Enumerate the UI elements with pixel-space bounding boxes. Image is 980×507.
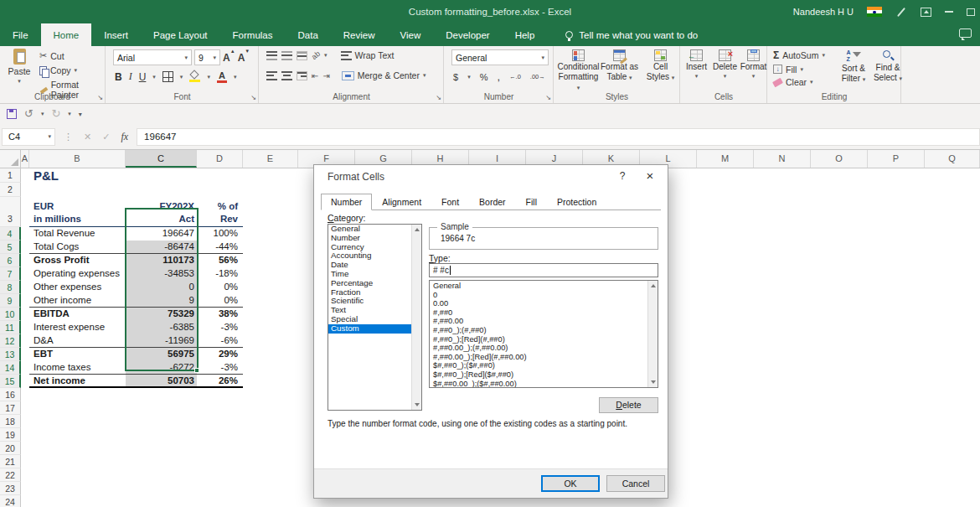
percent-style-button[interactable]: % [480,72,488,82]
align-right-icon[interactable] [297,71,307,80]
chevron-down-icon[interactable]: ▾ [207,74,210,80]
cell-styles-button[interactable]: CellStyles ▾ [640,48,681,91]
column-header[interactable]: B [29,150,126,168]
format-code-item[interactable]: #,##0 [430,308,647,318]
dialog-tab[interactable]: Border [469,194,516,210]
value-cell[interactable]: 0 [126,281,197,294]
row-header[interactable]: 7 [0,267,21,281]
sort-filter-button[interactable]: AZ Sort &Filter ▾ [837,48,870,84]
table-row[interactable]: Gross Profit 110173 56% [29,254,243,267]
fill-handle[interactable] [194,368,199,373]
row-header[interactable]: 14 [0,361,21,375]
column-header[interactable]: M [697,150,754,168]
column-header[interactable]: P [868,150,925,168]
dialog-tab[interactable]: Font [431,194,469,210]
scrollbar[interactable] [647,281,658,387]
table-row[interactable]: Interest expense -6385 -3% [29,321,243,334]
number-format-combo[interactable]: General ▾ [451,49,549,65]
row-header[interactable]: 19 [0,428,21,442]
font-name-combo[interactable]: Arial ▾ [113,49,192,65]
accounting-format-button[interactable]: $ [453,72,458,82]
column-header[interactable]: N [754,150,811,168]
chevron-down-icon[interactable]: ▾ [68,111,71,117]
row-header[interactable]: 1 [0,168,21,183]
scroll-up-icon[interactable] [651,284,656,287]
value-cell[interactable]: -6385 [126,321,197,334]
dialog-launcher-icon[interactable]: ↘ [545,95,551,101]
dialog-close-button[interactable]: × [642,168,658,183]
delete-button[interactable]: Delete [599,397,658,413]
table-row[interactable]: Income taxes -6272 -3% [29,361,243,375]
category-item[interactable]: Percentage [328,279,411,288]
row-header[interactable]: 8 [0,281,21,294]
increase-font-size-button[interactable]: A▲ [223,52,235,64]
cancel-button[interactable]: Cancel [606,475,665,492]
percent-cell[interactable]: -3% [197,361,243,374]
format-code-item[interactable]: $#,##0_);($#,##0) [430,361,647,370]
align-left-icon[interactable] [266,71,277,80]
row-label-cell[interactable]: EBT [29,348,126,361]
percent-cell[interactable]: 100% [197,227,243,241]
minimize-icon[interactable] [945,11,953,13]
row-label-cell[interactable]: Income taxes [29,361,126,374]
percent-cell[interactable]: 0% [197,294,243,307]
table-header-row[interactable]: EURin millions FY202XAct % ofRev [29,197,243,227]
select-all-button[interactable] [0,150,21,168]
clear-button[interactable]: Clear ▾ [773,77,825,87]
column-header[interactable]: O [811,150,868,168]
category-item[interactable]: Number [328,234,411,243]
dialog-help-button[interactable]: ? [616,170,629,182]
format-code-item[interactable]: General [430,282,647,291]
top-align-icon[interactable] [266,51,277,60]
middle-align-icon[interactable] [281,51,292,60]
value-cell[interactable]: 75329 [126,308,197,321]
orientation-icon[interactable]: ab [310,49,322,61]
row-header[interactable]: 13 [0,348,21,361]
format-code-item[interactable]: $#,##0.00_);($#,##0.00) [430,380,647,388]
value-cell[interactable]: 110173 [126,254,197,267]
row-header[interactable]: 10 [0,308,21,321]
row-header[interactable]: 11 [0,321,21,334]
delete-cells-button[interactable]: × Delete ▾ [710,48,740,80]
paste-button[interactable]: Paste ▾ [5,49,34,89]
format-cells-button[interactable]: Format ▾ [740,48,767,80]
bold-button[interactable]: B [115,71,122,83]
percent-cell[interactable]: -44% [197,241,243,253]
save-icon[interactable] [7,109,17,119]
row-header[interactable]: 23 [0,482,21,495]
row-label-cell[interactable]: D&A [29,334,126,347]
scrollbar[interactable] [411,225,421,410]
ribbon-tab[interactable]: Help [503,23,548,46]
chevron-down-icon[interactable]: ▾ [180,74,183,80]
percent-cell[interactable]: 38% [197,308,243,321]
fill-color-icon[interactable] [189,71,200,82]
merge-center-button[interactable]: Merge & Center ▾ [339,70,429,81]
table-row[interactable]: Operating expenses -34853 -18% [29,267,243,281]
ribbon-tab[interactable]: Home [41,23,92,46]
row-label-cell[interactable]: Net income [29,375,126,386]
find-select-button[interactable]: Find &Select ▾ [870,48,905,84]
ribbon-tab[interactable]: Page Layout [141,23,220,46]
bottom-align-icon[interactable] [297,51,307,60]
conditional-formatting-button[interactable]: ConditionalFormatting ▾ [558,48,599,91]
row-label-cell[interactable]: Other expenses [29,281,126,294]
row-header[interactable]: 9 [0,294,21,308]
table-row[interactable]: EBT 56975 29% [29,348,243,361]
row-header[interactable]: 21 [0,455,21,468]
row-label-cell[interactable]: Total Cogs [29,241,126,253]
row-label-cell[interactable]: Other income [29,294,126,307]
fill-button[interactable]: ↓ Fill ▾ [773,65,825,75]
chevron-down-icon[interactable]: ▾ [324,52,328,59]
table-row[interactable]: Total Cogs -86474 -44% [29,241,243,254]
confirm-entry-icon[interactable]: ✓ [102,132,110,142]
decrease-font-size-button[interactable]: A▼ [238,52,250,64]
inking-pen-icon[interactable] [895,6,907,18]
value-cell[interactable]: 196647 [126,227,197,241]
user-name[interactable]: Nandeesh H U [793,7,854,17]
insert-cells-button[interactable]: ← Insert ▾ [683,48,710,80]
value-cell[interactable]: 9 [126,294,197,307]
row-header[interactable]: 20 [0,442,21,455]
dialog-tab[interactable]: Number [321,194,372,210]
chevron-down-icon[interactable]: ▾ [41,111,44,117]
table-row[interactable]: Total Revenue 196647 100% [29,227,243,241]
